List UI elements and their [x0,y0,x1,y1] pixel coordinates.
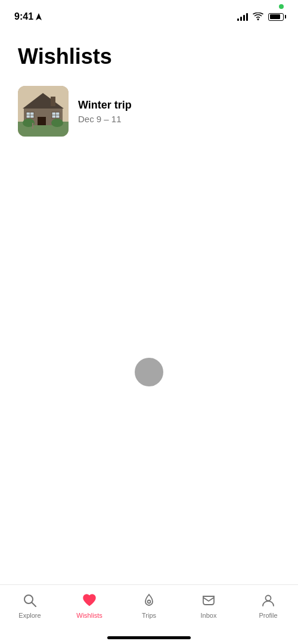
svg-point-20 [266,596,271,601]
trips-label: Trips [142,612,156,619]
wishlist-info: Winter trip Dec 9 – 11 [78,99,132,124]
signal-icon [237,13,248,21]
wishlists-label: Wishlists [76,612,102,619]
nav-item-wishlists[interactable]: Wishlists [69,592,110,619]
explore-icon [21,592,38,609]
page-title: Wishlists [0,26,298,81]
profile-icon [260,592,277,609]
green-dot [279,4,284,9]
wifi-icon [253,13,263,21]
nav-item-trips[interactable]: Trips [128,592,170,619]
property-image [18,86,69,137]
wishlists-icon [81,592,98,609]
svg-marker-0 [36,13,42,20]
bottom-nav: Explore Wishlists Trips Inbox [0,584,298,644]
battery-icon [268,13,284,21]
status-bar: 9:41 [0,0,298,26]
inbox-icon [200,592,217,609]
svg-point-15 [51,119,63,127]
wishlist-dates: Dec 9 – 11 [78,114,132,124]
svg-rect-13 [51,97,55,106]
nav-item-inbox[interactable]: Inbox [188,592,229,619]
nav-item-explore[interactable]: Explore [9,592,51,619]
status-icons [237,13,284,21]
svg-point-19 [148,600,151,603]
svg-rect-6 [38,117,46,125]
wishlist-thumbnail [18,86,69,137]
home-indicator [107,636,191,639]
explore-label: Explore [18,612,41,619]
trips-icon [141,592,157,609]
svg-rect-16 [32,123,33,129]
svg-point-1 [257,18,259,20]
inbox-label: Inbox [201,612,217,619]
loading-indicator [135,358,163,386]
time-display: 9:41 [14,11,33,22]
wishlist-name: Winter trip [78,99,132,112]
nav-item-profile[interactable]: Profile [247,592,289,619]
wishlist-item[interactable]: Winter trip Dec 9 – 11 [18,81,280,141]
profile-label: Profile [259,612,277,619]
status-time: 9:41 [14,11,42,22]
svg-line-18 [32,602,36,606]
wishlist-list: Winter trip Dec 9 – 11 [0,81,298,141]
location-arrow-icon [36,13,42,20]
